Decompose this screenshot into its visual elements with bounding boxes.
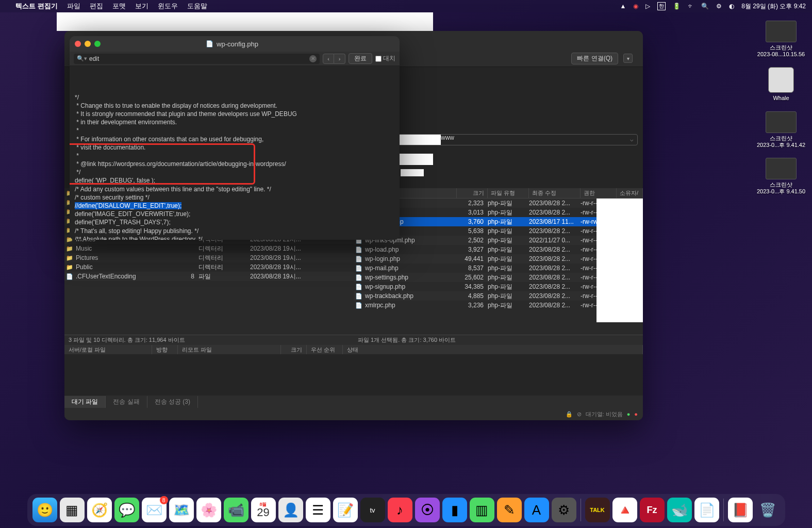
datetime[interactable]: 8월 29일 (화) 오후 9:42 (741, 2, 806, 11)
dock-safari[interactable]: 🧭 (87, 498, 112, 522)
dock-separator (723, 499, 724, 521)
desktop-icon-screenshot-3[interactable]: 스크린샷2023-0...후 9.41.50 (755, 158, 807, 195)
qh-priority[interactable]: 우선 순위 (307, 345, 343, 354)
find-done-button[interactable]: 완료 (349, 53, 372, 64)
input-method-icon[interactable]: 한 (657, 2, 666, 10)
dock-reminders[interactable]: ☰ (306, 498, 330, 522)
battery-icon[interactable]: 🔋 (673, 3, 681, 10)
table-row[interactable]: 📁Public디렉터리2023/08/28 19시... (64, 262, 354, 272)
dock-facetime[interactable]: 📹 (224, 498, 248, 522)
dock-notes[interactable]: 📝 (333, 498, 358, 522)
editor-content[interactable]: */ * Change this to true to enable the d… (70, 66, 400, 240)
quickconnect-dropdown-icon[interactable]: ▾ (623, 54, 633, 63)
qh-remote[interactable]: 리모트 파일 (178, 345, 281, 354)
queue-header: 서버/로컬 파일 방향 리모트 파일 크기 우선 순위 상태 (64, 345, 643, 354)
quickconnect-button[interactable]: 빠른 연결(Q) (571, 53, 618, 64)
dock-maps[interactable]: 🗺️ (169, 498, 194, 522)
dock-keynote[interactable]: ▮ (442, 498, 467, 522)
find-input-wrapper: 🔍▾ ✕ (74, 54, 320, 64)
find-input[interactable] (89, 55, 307, 62)
dock-kakaotalk[interactable]: TALK (585, 498, 610, 522)
dock-launchpad[interactable]: ▦ (60, 498, 85, 522)
menu-format[interactable]: 포맷 (112, 2, 126, 11)
qh-direction[interactable]: 방향 (152, 345, 178, 354)
dock-filezilla[interactable]: Fz (640, 498, 665, 522)
redacted-block (401, 169, 424, 176)
dock-appstore[interactable]: A (524, 498, 549, 522)
app-name[interactable]: 텍스트 편집기 (15, 2, 58, 11)
menubar: 텍스트 편집기 파일 편집 포맷 보기 윈도우 도움말 ▲ ◉ ▷ 한 🔋 ᯤ … (0, 0, 812, 12)
desktop-icon-screenshot-1[interactable]: 스크린샷2023-08...10.15.56 (755, 21, 807, 58)
thumbnail-icon (766, 111, 797, 133)
siri-icon[interactable]: ◐ (729, 3, 734, 10)
col-owner[interactable]: 소유자/그룹 (617, 188, 643, 198)
textedit-window: 📄 wp-config.php 🔍▾ ✕ ‹ › 완료 대치 */ * Chan… (70, 36, 400, 240)
menu-edit[interactable]: 편집 (90, 2, 103, 11)
textedit-titlebar[interactable]: 📄 wp-config.php (70, 36, 400, 52)
control-center-icon[interactable]: ⚙ (716, 3, 722, 10)
col-size[interactable]: 크기 (457, 188, 488, 198)
dock-numbers[interactable]: ▥ (470, 498, 494, 522)
zoom-button[interactable] (94, 41, 101, 47)
menu-help[interactable]: 도움말 (187, 2, 207, 11)
table-row[interactable]: 📁Music디렉터리2023/08/28 19시... (64, 244, 354, 253)
queue-status-text: 대기열: 비었음 (586, 410, 623, 418)
triangle-icon[interactable]: ▲ (620, 3, 626, 10)
find-next-button[interactable]: › (334, 54, 345, 64)
dock-separator (581, 499, 581, 521)
dock-mail[interactable]: ✉️8 (142, 498, 167, 522)
clear-search-icon[interactable]: ✕ (309, 55, 317, 62)
dock-generic-app[interactable]: 📕 (728, 498, 753, 522)
dock-settings[interactable]: ⚙ (552, 498, 576, 522)
col-perm[interactable]: 권한 (581, 188, 617, 198)
menu-window[interactable]: 윈도우 (158, 2, 178, 11)
dock-naver[interactable]: 🔺 (612, 498, 637, 522)
white-bar (57, 12, 433, 31)
close-button[interactable] (75, 41, 81, 47)
desktop-icons: 스크린샷2023-08...10.15.56 Whale 스크린샷2023-0.… (755, 21, 807, 195)
find-prev-button[interactable]: ‹ (323, 54, 334, 64)
tab-queued[interactable]: 대기 파일 (64, 396, 106, 408)
minimize-button[interactable] (85, 41, 91, 47)
desktop-icon-screenshot-2[interactable]: 스크린샷2023-0...후 9.41.42 (755, 111, 807, 148)
remote-path-input[interactable] (394, 134, 638, 145)
wifi-icon[interactable]: ᯤ (688, 3, 694, 10)
dock-pages[interactable]: ✎ (497, 498, 522, 522)
dock-photos[interactable]: 🌸 (196, 498, 221, 522)
replace-checkbox[interactable] (375, 56, 382, 62)
tab-success[interactable]: 전송 성공 (3) (147, 396, 198, 408)
qh-serverlocal[interactable]: 서버/로컬 파일 (64, 345, 152, 354)
search-icon[interactable]: 🔍▾ (77, 55, 87, 62)
search-icon[interactable]: 🔍 (701, 3, 709, 10)
status-icons: ▲ ◉ ▷ 한 🔋 ᯤ 🔍 ⚙ ◐ 8월 29일 (화) 오후 9:42 (620, 2, 806, 11)
col-type[interactable]: 파일 유형 (488, 188, 529, 198)
qh-size[interactable]: 크기 (281, 345, 307, 354)
chevron-down-icon[interactable]: ⌵ (630, 136, 634, 143)
table-row[interactable]: 📁Pictures디렉터리2023/08/28 19시... (64, 253, 354, 262)
col-modified[interactable]: 최종 수정 (529, 188, 581, 198)
tab-failed[interactable]: 전송 실패 (106, 396, 147, 408)
dock-whale[interactable]: 🐋 (667, 498, 692, 522)
table-row[interactable]: 📄.CFUserTextEncoding8파일2023/08/28 19시... (64, 272, 354, 281)
dock-podcasts[interactable]: ⦿ (415, 498, 440, 522)
dock-music[interactable]: ♪ (388, 498, 412, 522)
dock-textedit[interactable]: 📄 (694, 498, 719, 522)
dock-finder[interactable]: 🙂 (32, 498, 57, 522)
menu-file[interactable]: 파일 (67, 2, 80, 11)
replace-toggle[interactable]: 대치 (375, 54, 395, 63)
queue-tabs: 대기 파일 전송 실패 전송 성공 (3) (64, 395, 643, 408)
dock-trash[interactable]: 🗑️ (755, 498, 780, 522)
dock-tv[interactable]: tv (360, 498, 385, 522)
local-status: 3 파일 및 10 디렉터리. 총 크기: 11,964 바이트 (64, 335, 354, 345)
play-icon[interactable]: ▷ (645, 3, 650, 10)
dock-messages[interactable]: 💬 (114, 498, 139, 522)
record-icon[interactable]: ◉ (633, 3, 638, 10)
dock: 🙂 ▦ 🧭 💬 ✉️8 🗺️ 🌸 📹 8월29 👤 ☰ 📝 tv ♪ ⦿ ▮ ▥… (27, 494, 785, 526)
dock-calendar[interactable]: 8월29 (251, 498, 276, 522)
lock-icon: 🔒 (566, 411, 573, 418)
menu-view[interactable]: 보기 (135, 2, 148, 11)
dock-contacts[interactable]: 👤 (278, 498, 303, 522)
desktop-icon-whale-disk[interactable]: Whale (755, 67, 807, 102)
mail-badge: 8 (160, 496, 168, 504)
qh-status[interactable]: 상태 (343, 345, 643, 354)
